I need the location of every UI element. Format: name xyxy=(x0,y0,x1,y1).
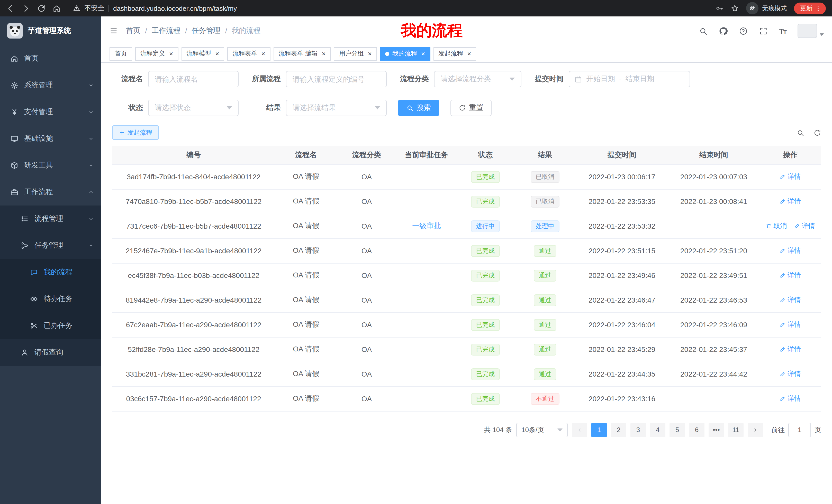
github-icon[interactable] xyxy=(719,26,728,35)
status-tag: 已完成 xyxy=(471,195,500,207)
browser-menu-icon[interactable] xyxy=(814,5,822,12)
breadcrumb-item[interactable]: 首页 xyxy=(126,26,140,35)
sidebar-item[interactable]: 研发工具 xyxy=(0,152,101,179)
cell-end-time: 2022-01-22 23:46:53 xyxy=(668,288,759,312)
page-size-select[interactable]: 10条/页 xyxy=(516,423,568,437)
password-key-icon[interactable] xyxy=(715,4,724,12)
prev-page-button[interactable] xyxy=(572,423,587,437)
sidebar-item[interactable]: 工作流程 xyxy=(0,179,101,205)
detail-link[interactable]: 详情 xyxy=(780,172,801,181)
page-button[interactable]: 3 xyxy=(630,423,646,437)
chat-icon xyxy=(30,268,38,276)
detail-link[interactable]: 详情 xyxy=(780,320,801,329)
reload-icon[interactable] xyxy=(37,4,46,12)
search-button[interactable]: 搜索 xyxy=(398,100,439,116)
cell-submit-time: 2022-01-22 23:46:04 xyxy=(576,312,668,337)
incognito-label: 无痕模式 xyxy=(762,4,787,12)
cell-id: 331bc281-7b9a-11ec-a290-acde48001122 xyxy=(112,362,275,386)
tab-item[interactable]: 流程表单-编辑× xyxy=(274,47,331,60)
tab-item[interactable]: 流程定义× xyxy=(135,47,178,60)
refresh-table-icon[interactable] xyxy=(813,129,821,136)
sidebar-item[interactable]: 系统管理 xyxy=(0,72,101,99)
cell-category: OA xyxy=(337,263,396,288)
status-select[interactable]: 请选择状态 xyxy=(148,100,239,116)
tab-item[interactable]: 流程模型× xyxy=(181,47,224,60)
search-icon[interactable] xyxy=(699,26,707,35)
sidebar-item[interactable]: 基础设施 xyxy=(0,125,101,152)
tab-item[interactable]: 我的流程× xyxy=(380,47,430,60)
sidebar-item[interactable]: 流程管理 xyxy=(0,205,101,232)
detail-link[interactable]: 详情 xyxy=(794,221,815,231)
process-name-input[interactable] xyxy=(148,71,239,87)
help-icon[interactable] xyxy=(739,26,748,35)
page-button[interactable]: 6 xyxy=(689,423,704,437)
close-icon[interactable]: × xyxy=(467,50,471,57)
close-icon[interactable]: × xyxy=(215,50,219,57)
cell-end-time xyxy=(668,214,759,239)
update-button[interactable]: 更新 xyxy=(794,2,826,14)
detail-link[interactable]: 详情 xyxy=(780,197,801,206)
goto-page-input[interactable] xyxy=(788,423,811,437)
sidebar-item[interactable]: 支付管理 xyxy=(0,99,101,125)
bookmark-star-icon[interactable] xyxy=(731,4,739,12)
date-separator: - xyxy=(619,75,621,83)
fullscreen-icon[interactable] xyxy=(759,26,768,35)
close-icon[interactable]: × xyxy=(368,50,372,57)
page-button[interactable]: 1 xyxy=(591,423,607,437)
font-size-icon[interactable]: TT xyxy=(779,26,786,35)
current-task-link[interactable]: 一级审批 xyxy=(412,221,441,230)
close-icon[interactable]: × xyxy=(169,50,173,57)
detail-link[interactable]: 详情 xyxy=(780,369,801,379)
logo-row[interactable]: 芋道管理系统 xyxy=(0,17,101,45)
back-icon[interactable] xyxy=(6,4,15,12)
page-button[interactable]: 2 xyxy=(611,423,626,437)
cancel-link[interactable]: 取消 xyxy=(766,221,787,231)
cell-category: OA xyxy=(337,362,396,386)
breadcrumb-item[interactable]: 工作流程 xyxy=(152,26,181,35)
sidebar-item[interactable]: 待办任务 xyxy=(0,286,101,312)
reset-button[interactable]: 重置 xyxy=(450,100,492,116)
hamburger-icon[interactable] xyxy=(109,27,118,35)
close-icon[interactable]: × xyxy=(261,50,265,57)
tab-item[interactable]: 首页 xyxy=(109,47,132,60)
edit-icon xyxy=(780,174,786,180)
breadcrumb-item[interactable]: 任务管理 xyxy=(192,26,220,35)
sidebar-item[interactable]: 已办任务 xyxy=(0,312,101,339)
sidebar-item[interactable]: 我的流程 xyxy=(0,259,101,286)
forward-icon[interactable] xyxy=(22,4,30,12)
detail-link[interactable]: 详情 xyxy=(780,296,801,305)
category-label: 流程分类 xyxy=(398,75,429,84)
hide-search-icon[interactable] xyxy=(797,129,804,136)
sidebar-item[interactable]: 首页 xyxy=(0,45,101,72)
create-process-button[interactable]: 发起流程 xyxy=(112,125,159,140)
tab-item[interactable]: 发起流程× xyxy=(433,47,476,60)
column-header: 操作 xyxy=(759,146,821,164)
edit-icon xyxy=(780,396,786,402)
date-range-picker[interactable]: 开始日期 - 结束日期 xyxy=(569,71,690,87)
sidebar-item[interactable]: 请假查询 xyxy=(0,339,101,366)
more-pages-button[interactable]: ••• xyxy=(709,423,724,437)
home-icon[interactable] xyxy=(52,4,61,12)
result-select[interactable]: 请选择流结果 xyxy=(286,100,387,116)
tab-item[interactable]: 流程表单× xyxy=(227,47,270,60)
detail-link[interactable]: 详情 xyxy=(780,246,801,255)
next-page-button[interactable] xyxy=(748,423,763,437)
detail-link[interactable]: 详情 xyxy=(780,394,801,403)
address-bar[interactable]: 不安全 dashboard.yudao.iocoder.cn/bpm/task/… xyxy=(73,4,237,13)
cell-submit-time: 2022-01-22 23:46:47 xyxy=(576,288,668,312)
tab-item[interactable]: 用户分组× xyxy=(334,47,377,60)
parent-process-input[interactable] xyxy=(286,71,387,87)
detail-link[interactable]: 详情 xyxy=(780,271,801,280)
page-button[interactable]: 4 xyxy=(650,423,666,437)
sidebar-item[interactable]: 任务管理 xyxy=(0,232,101,259)
page-button[interactable]: 5 xyxy=(670,423,685,437)
page-button[interactable]: 11 xyxy=(728,423,744,437)
active-dot xyxy=(385,52,389,56)
avatar xyxy=(798,24,817,38)
chev-icon xyxy=(88,216,94,222)
user-menu[interactable] xyxy=(798,24,824,38)
detail-link[interactable]: 详情 xyxy=(780,345,801,354)
close-icon[interactable]: × xyxy=(421,50,425,57)
close-icon[interactable]: × xyxy=(322,50,326,57)
category-select[interactable]: 请选择流程分类 xyxy=(434,71,521,87)
